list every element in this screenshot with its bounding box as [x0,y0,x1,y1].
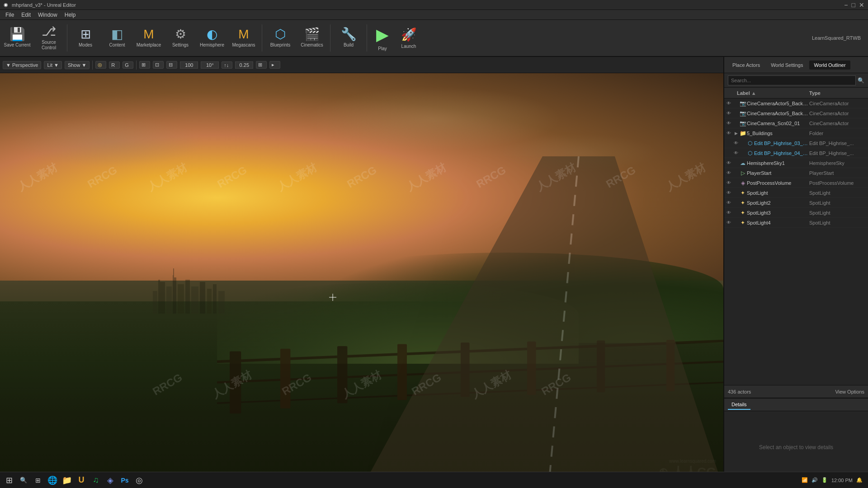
outliner-row-8[interactable]: 👁 ◈ PostProcessVolume PostProcessVolume [724,178,868,188]
menu-help[interactable]: Help [61,11,80,19]
camera-icon-1: 📷 [739,110,747,117]
outliner-row-6[interactable]: 👁 ☁ HemisphereSky1 HemisphereSky [724,158,868,168]
files-icon: 📁 [62,475,72,485]
stats-btn[interactable]: G [123,61,133,69]
svg-rect-0 [153,291,157,314]
files-btn[interactable]: 📁 [60,473,74,488]
app-btn[interactable]: ◎ [132,473,146,488]
tab-place-actors[interactable]: Place Actors [728,61,764,70]
tab-details[interactable]: Details [728,400,750,410]
search-icon: 🔍 [858,77,864,84]
settings-button[interactable]: ⚙ Settings [165,21,196,55]
notification-icon[interactable]: 🔔 [856,477,863,483]
row-type-7: PlayerStart [809,170,868,176]
spotify-icon: ♫ [93,475,99,485]
outliner-row-5[interactable]: 👁 ⬡ Edit BP_Highrise_04_Column_Large2 Ed… [724,148,868,158]
perspective-mode-btn[interactable]: ◎ [95,61,106,69]
spotify-btn[interactable]: ♫ [89,473,103,488]
tab-world-outliner[interactable]: World Outliner [809,61,850,70]
build-button[interactable]: 🔧 Build [333,21,364,55]
vp-settings-btn[interactable]: ▸ [269,61,280,69]
visibility-toggle-6[interactable]: 👁 [724,160,733,165]
visibility-toggle-2[interactable]: 👁 [724,121,733,126]
light-icon-12: ✦ [739,220,747,226]
outliner-row-10[interactable]: 👁 ✦ SpotLight2 SpotLight [724,198,868,208]
source-control-button[interactable]: ⎇ Source Control [33,21,64,55]
cinematics-button[interactable]: 🎬 Cinematics [297,21,327,55]
expand-arrow-3[interactable]: ▶ [733,131,739,136]
visibility-toggle-12[interactable]: 👁 [724,220,733,225]
actor-snap-btn[interactable]: ⊟ [166,61,177,69]
marketplace-button[interactable]: M Marketplace [133,21,164,55]
outliner-row-2[interactable]: 👁 📷 CineCamera_Scn02_01 CineCameraActor [724,118,868,128]
play-icon: ▶ [376,25,389,44]
tab-world-settings[interactable]: World Settings [766,61,807,70]
visibility-toggle-9[interactable]: 👁 [724,190,733,195]
close-btn[interactable]: ✕ [859,1,864,9]
lit-dropdown[interactable]: Lit ▼ [44,61,62,69]
modes-button[interactable]: ⊞ Modes [70,21,101,55]
grid-size-btn[interactable]: ⊞ [256,61,267,69]
visibility-toggle-7[interactable]: 👁 [724,170,733,175]
minimize-btn[interactable]: − [844,1,848,9]
outliner-row-0[interactable]: 👁 📷 CineCameraActor5_Backup2 CineCameraA… [724,99,868,108]
menu-file[interactable]: File [2,11,18,19]
start-button[interactable]: ⊞ [2,473,16,488]
maximize-vp-btn[interactable]: ↑↓ [222,61,232,69]
viewport[interactable]: 人人素材 RRCG 人人素材 RRCG 人人素材 RRCG 人人素材 RRCG … [0,73,723,488]
ue-taskbar-btn[interactable]: U [74,473,89,488]
search-input[interactable] [728,75,856,85]
row-label-5[interactable]: Edit BP_Highrise_04_Column_Large2 [754,150,809,156]
row-label-4[interactable]: Edit BP_Highrise_03_Large [754,141,809,146]
outliner-row-11[interactable]: 👁 ✦ SpotLight3 SpotLight [724,208,868,218]
browser-btn[interactable]: 🌐 [45,473,60,488]
ue-taskbar-icon: U [79,475,85,485]
col-label-header[interactable]: Label ▲ [724,90,809,96]
outliner-row-9[interactable]: 👁 ✦ SpotLight SpotLight [724,188,868,198]
play-button[interactable]: ▶ Play [370,21,395,55]
photoshop-btn[interactable]: Ps [118,473,132,488]
menu-window[interactable]: Window [34,11,61,19]
menu-edit[interactable]: Edit [18,11,34,19]
megascans-button[interactable]: M Megascans [228,21,259,55]
grid-btn[interactable]: ⊞ [139,61,150,69]
outliner-row-1[interactable]: 👁 📷 CineCameraActor5_Backup3 CineCameraA… [724,108,868,118]
row-label-7: PlayerStart [747,170,809,176]
visibility-toggle-11[interactable]: 👁 [724,210,733,215]
resolution-input[interactable]: 100 [180,61,198,69]
show-dropdown[interactable]: Show ▼ [65,61,90,69]
perspective-dropdown[interactable]: ▼ Perspective [3,61,41,69]
discord-btn[interactable]: ◈ [103,473,118,488]
snap-value-input[interactable]: 0.25 [235,61,253,69]
content-button[interactable]: ◧ Content [102,21,132,55]
visibility-toggle-5[interactable]: 👁 [731,150,741,155]
outliner-row-4[interactable]: 👁 ⬡ Edit BP_Highrise_03_Large Edit BP_Hi… [724,138,868,148]
visibility-toggle-10[interactable]: 👁 [724,200,733,205]
outliner-row-3[interactable]: 👁 ▶ 📁 5_Buildings Folder [724,128,868,138]
row-label-6: HemisphereSky1 [747,160,809,166]
light-icon-10: ✦ [739,200,747,206]
col-type-header[interactable]: Type [809,90,868,96]
hemisphere-button[interactable]: ◐ Hemisphere [197,21,227,55]
view-options-btn[interactable]: View Options [835,389,864,394]
maximize-btn[interactable]: □ [852,1,855,9]
snap-angle-input[interactable]: 10° [201,61,219,69]
outliner-row-12[interactable]: 👁 ✦ SpotLight4 SpotLight [724,218,868,228]
search-taskbar-btn[interactable]: 🔍 [16,473,31,488]
row-label-12: SpotLight4 [747,220,809,225]
row-type-1: CineCameraActor [809,111,868,116]
realtime-btn[interactable]: R [109,61,120,69]
save-current-button[interactable]: 💾 Save Current [2,21,33,55]
surface-snap-btn[interactable]: ⊡ [153,61,164,69]
visibility-toggle-1[interactable]: 👁 [724,111,733,116]
visibility-toggle-3[interactable]: 👁 [724,131,733,136]
visibility-toggle-8[interactable]: 👁 [724,180,733,185]
visibility-toggle-0[interactable]: 👁 [724,101,733,106]
row-type-11: SpotLight [809,210,868,216]
blueprints-button[interactable]: ⬡ Blueprints [265,21,296,55]
outliner-row-7[interactable]: 👁 ▷ PlayerStart PlayerStart [724,168,868,178]
visibility-toggle-4[interactable]: 👁 [731,141,741,145]
taskbar-right: 📶 🔊 🔋 12:00 PM 🔔 [802,477,866,483]
taskview-btn[interactable]: ⊞ [31,473,45,488]
launch-button[interactable]: 🚀 Launch [396,21,421,55]
